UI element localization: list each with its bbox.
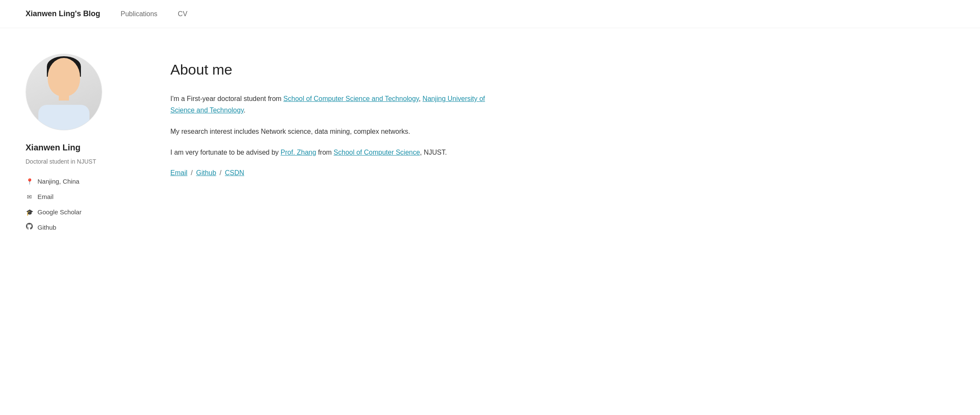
about-para-2: My research interest includes Network sc… — [170, 126, 486, 137]
github-label[interactable]: Github — [37, 222, 56, 233]
para3-suffix: , NJUST. — [420, 149, 447, 156]
para1-prefix: I'm a First-year doctoral student from — [170, 95, 283, 102]
face-decoration — [48, 58, 80, 96]
email-item[interactable]: ✉ Email — [26, 192, 136, 202]
nav-link-cv[interactable]: CV — [178, 9, 187, 20]
location-item: 📍 Nanjing, China — [26, 176, 136, 187]
sidebar-info-list: 📍 Nanjing, China ✉ Email 🎓 Google Schola… — [26, 176, 136, 233]
sidebar: Xianwen Ling Doctoral student in NJUST 📍… — [26, 54, 136, 233]
contact-links-row: Email / Github / CSDN — [170, 167, 486, 179]
link-email[interactable]: Email — [170, 167, 187, 179]
separator-1: / — [191, 167, 193, 179]
link-github[interactable]: Github — [196, 167, 216, 179]
para3-prefix: I am very fortunate to be advised by — [170, 149, 281, 156]
link-prof-zhang[interactable]: Prof. Zhang — [281, 149, 316, 156]
main-layout: Xianwen Ling Doctoral student in NJUST 📍… — [0, 28, 511, 258]
sidebar-title: Doctoral student in NJUST — [26, 157, 136, 166]
about-heading: About me — [170, 58, 486, 81]
scholar-item[interactable]: 🎓 Google Scholar — [26, 207, 136, 217]
main-content: About me I'm a First-year doctoral stude… — [170, 54, 486, 233]
shirt-decoration — [38, 105, 89, 130]
avatar-image — [26, 54, 102, 130]
email-label[interactable]: Email — [37, 192, 54, 202]
scholar-icon: 🎓 — [26, 208, 33, 217]
nav-brand[interactable]: Xianwen Ling's Blog — [26, 8, 100, 20]
para3-middle: from — [316, 149, 333, 156]
link-csdn[interactable]: CSDN — [225, 167, 244, 179]
scholar-label[interactable]: Google Scholar — [37, 207, 81, 217]
sidebar-name: Xianwen Ling — [26, 141, 136, 154]
para1-sep: , — [419, 95, 422, 102]
link-school-cs[interactable]: School of Computer Science — [333, 149, 420, 156]
location-icon: 📍 — [26, 177, 33, 186]
separator-2: / — [220, 167, 221, 179]
navbar: Xianwen Ling's Blog Publications CV — [0, 0, 980, 28]
about-para-3: I am very fortunate to be advised by Pro… — [170, 147, 486, 158]
neck-decoration — [59, 91, 69, 101]
about-para-1: I'm a First-year doctoral student from S… — [170, 93, 486, 116]
avatar — [26, 54, 102, 130]
nav-link-publications[interactable]: Publications — [121, 9, 157, 20]
link-cs-school[interactable]: School of Computer Science and Technolog… — [283, 95, 419, 102]
location-text: Nanjing, China — [37, 176, 79, 187]
para1-suffix: . — [244, 107, 245, 114]
github-icon — [26, 223, 33, 232]
github-item[interactable]: Github — [26, 222, 136, 233]
email-icon: ✉ — [26, 192, 33, 202]
